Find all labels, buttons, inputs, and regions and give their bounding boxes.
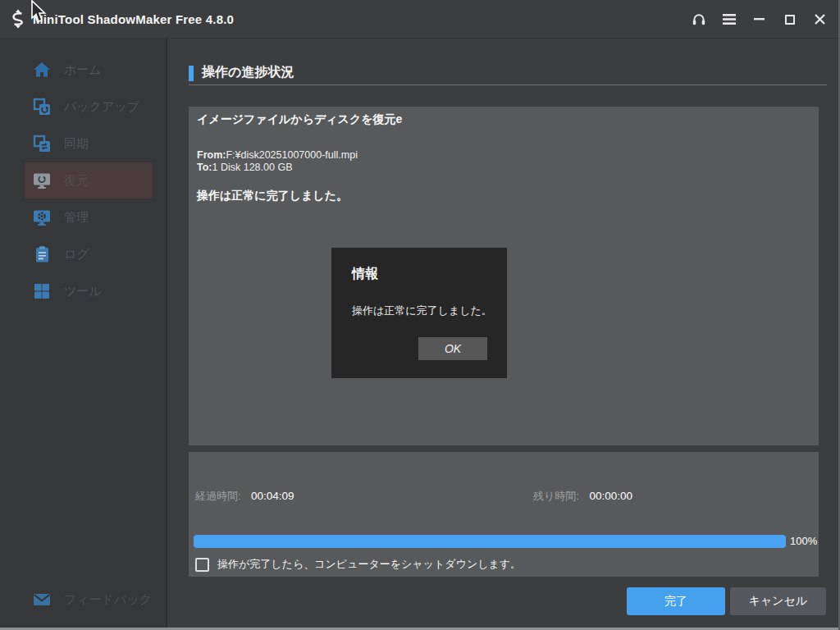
- sidebar-item-label: ログ: [64, 247, 89, 262]
- progress-panel: 経過時間: 00:04:09 残り時間: 00:00:00 100% 操作が完了…: [189, 452, 819, 577]
- from-label: From:: [197, 149, 226, 161]
- dialog-message: 操作は正常に完了しました。: [352, 304, 492, 318]
- menu-icon[interactable]: [714, 0, 744, 39]
- sidebar-item-label: ツール: [64, 284, 102, 299]
- minimize-icon[interactable]: [744, 0, 774, 39]
- maximize-icon[interactable]: [774, 0, 805, 39]
- titlebar: MiniTool ShadowMaker Free 4.8.0: [0, 0, 840, 39]
- elapsed-time-label: 経過時間:: [195, 490, 241, 502]
- sidebar-item-label: 復元: [64, 173, 89, 189]
- task-to-line: To:1 Disk 128.00 GB: [197, 162, 810, 174]
- progress-bar: [194, 535, 786, 548]
- tools-icon: [33, 282, 51, 300]
- sidebar-item-label: 管理: [64, 210, 89, 226]
- task-title: イメージファイルからディスクを復元e: [197, 112, 810, 127]
- shutdown-checkbox-label: 操作が完了したら、コンピューターをシャットダウンします。: [217, 557, 521, 572]
- restore-icon: [33, 171, 51, 189]
- sync-icon: [33, 135, 51, 153]
- shutdown-option-row: 操作が完了したら、コンピューターをシャットダウンします。: [195, 557, 521, 572]
- log-icon: [33, 245, 51, 263]
- sidebar-item-label: 同期: [64, 136, 89, 152]
- app-title: MiniTool ShadowMaker Free 4.8.0: [33, 12, 234, 26]
- sidebar-item-sync[interactable]: 同期: [25, 126, 153, 162]
- mail-icon: [33, 591, 51, 609]
- app-logo-icon: [8, 9, 28, 29]
- from-value: F:¥disk20251007000-full.mpi: [226, 149, 358, 161]
- dialog-title: 情報: [352, 266, 378, 283]
- sidebar-item-label: ホーム: [64, 62, 102, 78]
- dialog-ok-button[interactable]: OK: [418, 337, 487, 360]
- sidebar: ホーム バックアップ 同期: [0, 39, 167, 630]
- support-headset-icon[interactable]: [683, 0, 714, 39]
- progress-fill: [194, 535, 786, 548]
- manage-icon: [33, 208, 51, 226]
- to-label: To:: [197, 162, 212, 173]
- task-source-target: From:F:¥disk20251007000-full.mpi To:1 Di…: [197, 149, 810, 174]
- backup-icon: [33, 98, 51, 116]
- remaining-time: 残り時間: 00:00:00: [533, 488, 632, 504]
- page-title: 操作の進捗状況: [202, 64, 294, 81]
- sidebar-item-log[interactable]: ログ: [25, 236, 153, 272]
- close-icon[interactable]: [805, 0, 835, 39]
- task-status-text: 操作は正常に完了しました。: [197, 189, 810, 203]
- elapsed-time-value: 00:04:09: [251, 490, 294, 502]
- cancel-button[interactable]: キャンセル: [730, 587, 826, 615]
- sidebar-item-restore[interactable]: 復元: [25, 162, 153, 199]
- sidebar-item-backup[interactable]: バックアップ: [25, 89, 153, 125]
- progress-percent: 100%: [790, 535, 817, 547]
- done-button[interactable]: 完了: [627, 587, 725, 615]
- sidebar-item-home[interactable]: ホーム: [25, 52, 153, 88]
- info-dialog: 情報 操作は正常に完了しました。 OK: [331, 247, 508, 379]
- home-icon: [33, 61, 51, 79]
- remaining-time-label: 残り時間:: [533, 490, 579, 502]
- remaining-time-value: 00:00:00: [589, 490, 632, 502]
- elapsed-time: 経過時間: 00:04:09: [195, 488, 294, 504]
- mouse-cursor: [30, 0, 47, 25]
- to-value: 1 Disk 128.00 GB: [212, 162, 293, 173]
- sidebar-item-feedback[interactable]: フィードバック: [25, 591, 152, 609]
- task-from-line: From:F:¥disk20251007000-full.mpi: [197, 149, 810, 162]
- titlebar-controls: [683, 0, 835, 39]
- header-divider: [189, 84, 827, 85]
- shutdown-checkbox[interactable]: [195, 558, 209, 572]
- page-title-accent-bar: [189, 66, 194, 81]
- sidebar-item-label: バックアップ: [64, 99, 139, 115]
- sidebar-item-label: フィードバック: [64, 592, 152, 608]
- sidebar-item-tools[interactable]: ツール: [25, 273, 153, 309]
- sidebar-item-manage[interactable]: 管理: [25, 199, 153, 235]
